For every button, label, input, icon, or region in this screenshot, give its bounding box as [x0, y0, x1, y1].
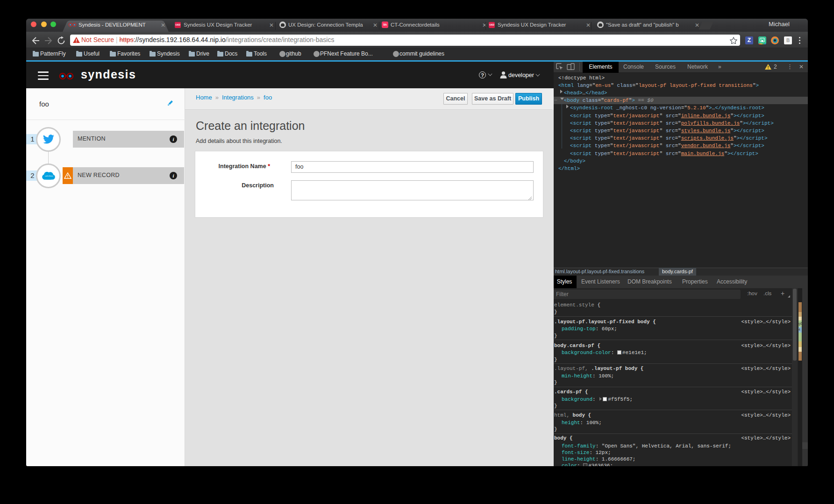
svg-text:salesforce: salesforce	[45, 175, 54, 177]
